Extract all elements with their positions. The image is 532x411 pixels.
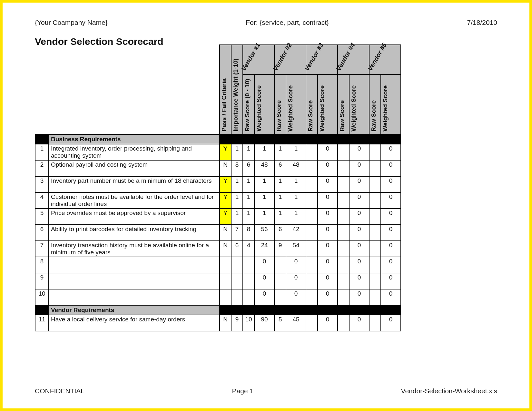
v1-weighted: 1 bbox=[254, 192, 274, 209]
v5-weighted: 0 bbox=[381, 160, 401, 176]
v1-weighted: 0 bbox=[254, 273, 274, 289]
table-row: 3Inventory part number must be a minimum… bbox=[35, 176, 401, 192]
row-weight: 1 bbox=[231, 144, 243, 160]
v2-raw bbox=[274, 289, 286, 305]
v2-weighted: 0 bbox=[286, 273, 306, 289]
v1-weighted: 1 bbox=[254, 176, 274, 192]
v1-weighted: 90 bbox=[254, 315, 274, 331]
v3-weighted: 0 bbox=[318, 144, 338, 160]
v1-weighted: 0 bbox=[254, 257, 274, 273]
v5-raw bbox=[369, 273, 381, 289]
row-passfail: N bbox=[220, 315, 231, 331]
v1-raw: 6 bbox=[243, 160, 254, 176]
v1-weighted: 1 bbox=[254, 209, 274, 225]
col-v5-raw: Raw Score bbox=[369, 75, 378, 134]
v2-raw: 1 bbox=[274, 209, 286, 225]
v5-raw bbox=[369, 176, 381, 192]
section-label: Vendor Requirements bbox=[49, 305, 220, 315]
page: {Your Coampany Name} For: {service, part… bbox=[0, 0, 532, 411]
section-business-req: Business Requirements bbox=[35, 134, 401, 144]
row-number: 3 bbox=[35, 176, 49, 192]
row-passfail bbox=[220, 289, 231, 305]
v5-raw bbox=[369, 289, 381, 305]
v3-raw bbox=[306, 315, 318, 331]
col-v4-raw: Raw Score bbox=[338, 75, 346, 134]
v2-weighted: 45 bbox=[286, 315, 306, 331]
footer: CONFIDENTIAL Page 1 Vendor-Selection-Wor… bbox=[35, 387, 497, 395]
row-desc: Integrated inventory, order processing, … bbox=[49, 144, 220, 160]
header: {Your Coampany Name} For: {service, part… bbox=[35, 19, 497, 26]
v2-raw: 9 bbox=[274, 241, 286, 257]
v4-raw bbox=[338, 273, 349, 289]
v5-weighted: 0 bbox=[381, 289, 401, 305]
v5-weighted: 0 bbox=[381, 257, 401, 273]
v3-raw bbox=[306, 241, 318, 257]
table-row: 4Customer notes must be available for th… bbox=[35, 192, 401, 209]
v1-raw: 1 bbox=[243, 192, 254, 209]
v5-weighted: 0 bbox=[381, 192, 401, 209]
v4-raw bbox=[338, 209, 349, 225]
v3-weighted: 0 bbox=[318, 209, 338, 225]
row-number: 7 bbox=[35, 241, 49, 257]
row-passfail bbox=[220, 257, 231, 273]
v3-raw bbox=[306, 257, 318, 273]
row-desc: Optional payroll and costing system bbox=[49, 160, 220, 176]
v5-raw bbox=[369, 225, 381, 241]
v3-raw bbox=[306, 144, 318, 160]
table-row: 7Inventory transaction history must be a… bbox=[35, 241, 401, 257]
row-number: 4 bbox=[35, 192, 49, 209]
v3-weighted: 0 bbox=[318, 192, 338, 209]
row-passfail bbox=[220, 273, 231, 289]
table-row: 5Price overrides must be approved by a s… bbox=[35, 209, 401, 225]
col-v2-wt: Weighted Score bbox=[286, 75, 295, 134]
v1-raw: 1 bbox=[243, 209, 254, 225]
v5-weighted: 0 bbox=[381, 176, 401, 192]
v2-weighted: 1 bbox=[286, 209, 306, 225]
v3-raw bbox=[306, 273, 318, 289]
v2-weighted: 1 bbox=[286, 144, 306, 160]
v4-raw bbox=[338, 144, 349, 160]
v3-raw bbox=[306, 289, 318, 305]
v2-raw: 1 bbox=[274, 176, 286, 192]
row-number: 1 bbox=[35, 144, 49, 160]
v1-raw: 1 bbox=[243, 176, 254, 192]
row-number: 2 bbox=[35, 160, 49, 176]
row-passfail: Y bbox=[220, 176, 231, 192]
v4-weighted: 0 bbox=[349, 209, 369, 225]
row-passfail: Y bbox=[220, 144, 231, 160]
v5-raw bbox=[369, 192, 381, 209]
v2-weighted: 0 bbox=[286, 289, 306, 305]
v3-weighted: 0 bbox=[318, 257, 338, 273]
v5-weighted: 0 bbox=[381, 209, 401, 225]
v1-raw: 8 bbox=[243, 225, 254, 241]
table-row: 6Ability to print barcodes for detailed … bbox=[35, 225, 401, 241]
v4-raw bbox=[338, 192, 349, 209]
vendor-1-label: Vendor #1 bbox=[240, 42, 262, 72]
v4-weighted: 0 bbox=[349, 315, 369, 331]
v2-weighted: 0 bbox=[286, 257, 306, 273]
table-row: 2Optional payroll and costing systemN864… bbox=[35, 160, 401, 176]
v5-weighted: 0 bbox=[381, 225, 401, 241]
table-row: 800000 bbox=[35, 257, 401, 273]
v4-weighted: 0 bbox=[349, 192, 369, 209]
v5-raw bbox=[369, 209, 381, 225]
row-weight: 1 bbox=[231, 176, 243, 192]
header-company: {Your Coampany Name} bbox=[35, 19, 108, 26]
row-weight bbox=[231, 289, 243, 305]
v4-weighted: 0 bbox=[349, 144, 369, 160]
v4-raw bbox=[338, 315, 349, 331]
row-passfail: N bbox=[220, 225, 231, 241]
table-row: 11Have a local delivery service for same… bbox=[35, 315, 401, 331]
v4-raw bbox=[338, 289, 349, 305]
col-v1-wt: Weighted Score bbox=[255, 75, 263, 134]
v5-weighted: 0 bbox=[381, 273, 401, 289]
col-v5-wt: Weighted Score bbox=[381, 75, 389, 134]
v1-weighted: 48 bbox=[254, 160, 274, 176]
v2-weighted: 54 bbox=[286, 241, 306, 257]
row-desc: Ability to print barcodes for detailed i… bbox=[49, 225, 220, 241]
section-vendor-req: Vendor Requirements bbox=[35, 305, 401, 315]
row-passfail: Y bbox=[220, 209, 231, 225]
v2-raw: 1 bbox=[274, 144, 286, 160]
v3-raw bbox=[306, 225, 318, 241]
v1-raw: 10 bbox=[243, 315, 254, 331]
